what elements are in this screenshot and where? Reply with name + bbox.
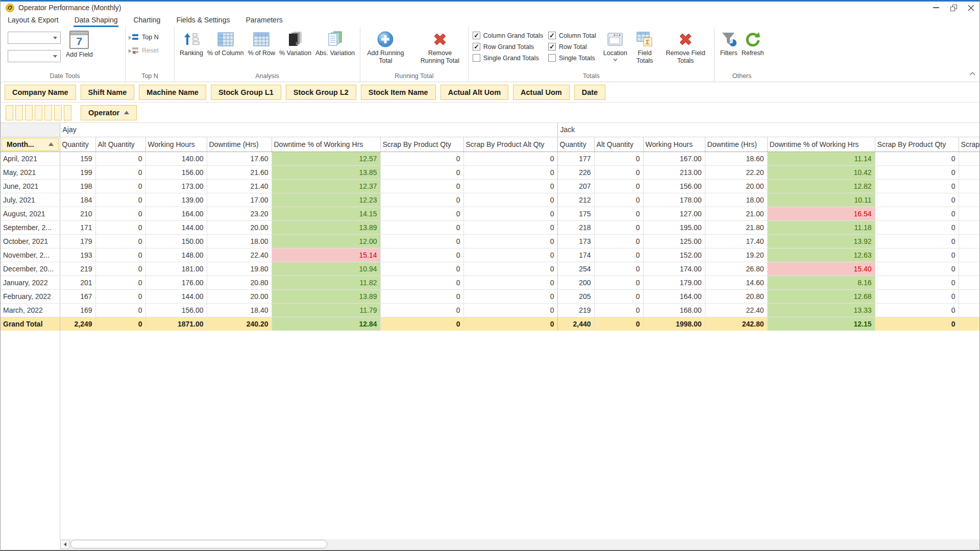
filter-field-chip-stock-group-l2[interactable]: Stock Group L2 (286, 85, 356, 100)
percent-variation-button[interactable]: 1 % Variation (277, 29, 313, 71)
field-slot[interactable] (64, 105, 71, 120)
value-header[interactable]: Scrap By Product Alt Qty (463, 137, 557, 152)
row-header[interactable]: November, 2... (1, 248, 60, 262)
pivot-cell: 0 (594, 317, 643, 331)
value-header[interactable]: Scrap By Product Qty (875, 137, 959, 152)
close-button[interactable] (962, 2, 979, 14)
pivot-cell: 2,249 (60, 317, 95, 331)
pivot-cell (959, 317, 979, 331)
row-header[interactable]: July, 2021 (1, 193, 60, 207)
remove-running-total-button[interactable]: Remove Running Total (415, 29, 465, 71)
value-header[interactable]: Downtime (Hrs) (207, 137, 272, 152)
field-totals-button[interactable]: Σ Field Totals (629, 29, 660, 71)
pivot-cell: 0 (380, 234, 463, 248)
value-header[interactable]: Alt Quantity (594, 137, 643, 152)
horizontal-scrollbar[interactable] (1, 539, 980, 549)
row-header[interactable]: August, 2021 (1, 207, 60, 220)
location-button[interactable]: Location (601, 29, 629, 71)
month-field-chip[interactable]: Month... (2, 138, 59, 151)
column-group-header[interactable]: Jack (557, 123, 979, 137)
field-slot[interactable] (6, 105, 13, 120)
row-header[interactable]: December, 20... (1, 262, 60, 276)
collapse-ribbon-icon[interactable] (969, 71, 976, 76)
checkbox-single-grand-totals[interactable]: Single Grand Totals (473, 54, 543, 62)
restore-button[interactable] (945, 2, 962, 14)
row-header[interactable]: Grand Total (1, 317, 60, 331)
pivot-cell (959, 165, 979, 179)
field-slot[interactable] (25, 105, 33, 120)
remove-field-totals-button[interactable]: Remove Field Totals (660, 29, 711, 71)
checkbox-column-grand-totals[interactable]: Column Grand Totals (473, 32, 543, 39)
value-header[interactable]: Downtime % of Working Hrs (767, 137, 875, 152)
add-running-total-button[interactable]: Add Running Total (363, 29, 408, 71)
pivot-cell: 178.00 (643, 193, 705, 207)
top-n-button[interactable]: Top N (129, 34, 159, 41)
operator-field-chip[interactable]: Operator (81, 105, 137, 120)
minimize-button[interactable] (927, 2, 945, 14)
pivot-cell: 210 (60, 207, 95, 220)
field-slot[interactable] (44, 105, 52, 120)
checkbox-single-totals[interactable]: Single Totals (548, 54, 596, 62)
reset-button[interactable]: x Reset (129, 47, 159, 54)
value-header[interactable]: Quantity (60, 137, 95, 152)
value-header[interactable]: Scrap By Product Qty (380, 137, 463, 152)
pivot-cell: 240.20 (207, 317, 272, 331)
filter-field-chip-company-name[interactable]: Company Name (5, 85, 76, 100)
tab-charting[interactable]: Charting (132, 14, 161, 27)
value-header-clipped[interactable]: Scrap (959, 137, 979, 152)
app-icon (6, 4, 14, 12)
date-tools-combo-2[interactable] (8, 50, 61, 62)
filter-field-chip-machine-name[interactable]: Machine Name (139, 85, 206, 100)
field-slot[interactable] (35, 105, 42, 120)
row-header[interactable]: March, 2022 (1, 303, 60, 317)
refresh-button[interactable]: Refresh (740, 29, 766, 71)
add-field-button[interactable]: 7 Add Field (61, 29, 95, 71)
date-tools-combo-1[interactable] (8, 32, 61, 44)
row-header[interactable]: June, 2021 (1, 179, 60, 193)
pivot-cell: 0 (875, 248, 959, 262)
filter-field-chip-stock-group-l1[interactable]: Stock Group L1 (211, 85, 281, 100)
ranking-button[interactable]: Ranking (178, 29, 205, 71)
row-header[interactable]: February, 2022 (1, 289, 60, 303)
value-header[interactable]: Working Hours (145, 137, 207, 152)
tab-data-shaping[interactable]: Data Shaping (74, 14, 119, 27)
scroll-left-button[interactable] (60, 540, 69, 549)
tab-layout-export[interactable]: Layout & Export (7, 14, 60, 27)
filter-field-chip-actual-uom[interactable]: Actual Uom (513, 85, 570, 100)
scrollbar-thumb[interactable] (70, 540, 327, 548)
filter-field-chip-stock-item-name[interactable]: Stock Item Name (361, 85, 436, 100)
pivot-cell: 20.00 (207, 289, 272, 303)
pivot-cell: 159 (60, 152, 95, 165)
field-slot[interactable] (54, 105, 62, 120)
pivot-cell: 0 (95, 276, 145, 289)
checkbox-column-total[interactable]: Column Total (548, 32, 596, 39)
row-header[interactable]: September, 2... (1, 220, 60, 234)
filter-field-chip-shift-name[interactable]: Shift Name (81, 85, 135, 100)
row-header[interactable]: January, 2022 (1, 276, 60, 289)
row-header[interactable]: April, 2021 (1, 152, 60, 165)
tab-parameters[interactable]: Parameters (244, 14, 283, 27)
percent-of-row-button[interactable]: % of Row (246, 29, 277, 71)
abs-variation-button[interactable]: Abs. Variation (313, 29, 357, 71)
value-header[interactable]: Working Hours (643, 137, 705, 152)
filter-field-chip-actual-alt-uom[interactable]: Actual Alt Uom (440, 85, 508, 100)
pivot-cell: 13.85 (272, 165, 380, 179)
filters-button[interactable]: Filters (718, 29, 740, 71)
column-group-header[interactable]: Ajay (60, 123, 557, 137)
value-header[interactable]: Downtime % of Working Hrs (272, 137, 380, 152)
row-header-column-line (60, 331, 60, 539)
tab-fields-settings[interactable]: Fields & Settings (175, 14, 231, 27)
pivot-cell: 0 (95, 289, 145, 303)
value-header[interactable]: Alt Quantity (95, 137, 145, 152)
row-header[interactable]: October, 2021 (1, 234, 60, 248)
checkbox-row-grand-totals[interactable]: Row Grand Totals (473, 43, 543, 51)
field-slot[interactable] (15, 105, 23, 120)
pivot-cell: 167 (60, 289, 95, 303)
value-header[interactable]: Quantity (557, 137, 594, 152)
value-header[interactable]: Downtime (Hrs) (705, 137, 767, 152)
checkbox-row-total[interactable]: Row Total (548, 43, 596, 51)
row-header[interactable]: May, 2021 (1, 165, 60, 179)
pivot-cell: 176.00 (145, 276, 207, 289)
percent-of-column-button[interactable]: % of Column (205, 29, 246, 71)
filter-field-chip-date[interactable]: Date (574, 85, 605, 100)
